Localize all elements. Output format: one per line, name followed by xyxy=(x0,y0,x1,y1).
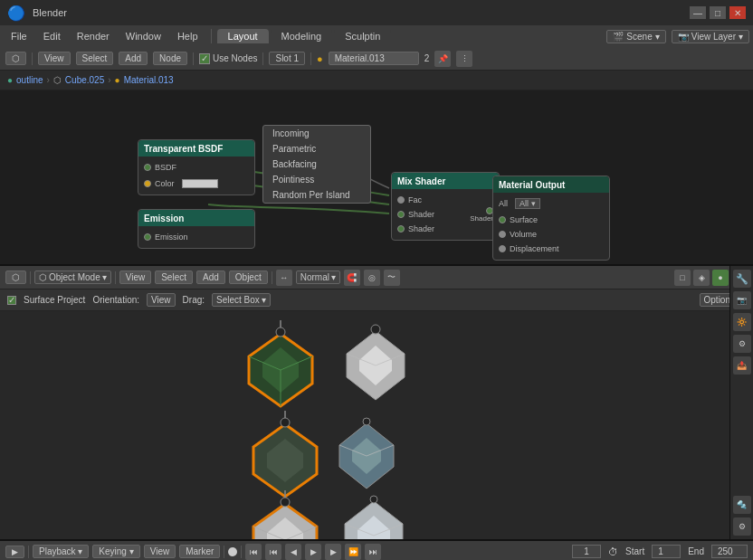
close-button[interactable]: ✕ xyxy=(729,6,746,19)
vp-select-menu[interactable]: Select xyxy=(155,271,193,284)
all-dropdown[interactable]: All ▾ xyxy=(515,198,540,209)
view-layer-selector[interactable]: 📷 View Layer ▾ xyxy=(672,30,749,43)
bc-outline[interactable]: outline xyxy=(16,75,43,85)
tab-modeling[interactable]: Modeling xyxy=(271,29,333,43)
menu-separator xyxy=(211,29,212,43)
drag-label: Drag: xyxy=(183,295,205,305)
gem-6[interactable] xyxy=(345,496,403,539)
menu-file[interactable]: File xyxy=(4,29,34,43)
gem-4[interactable] xyxy=(339,418,394,489)
node-emission[interactable]: Emission Emission xyxy=(138,209,255,249)
tl-sep2 xyxy=(224,546,224,558)
graph-icon[interactable]: 〜 xyxy=(384,270,400,286)
render-vp-icon[interactable]: ⚙ xyxy=(733,335,751,353)
vp-add-menu[interactable]: Add xyxy=(196,271,225,284)
spanner-icon[interactable]: 🔩 xyxy=(733,496,751,514)
jump-to-end-button[interactable]: ⏭ xyxy=(365,544,381,560)
prev-frame-button[interactable]: ◀ xyxy=(285,544,301,560)
menu-render[interactable]: Render xyxy=(70,29,117,43)
tab-sculpting[interactable]: Sculptin xyxy=(334,29,391,43)
dd-random-per-island[interactable]: Random Per Island xyxy=(263,187,370,203)
orientation-selector[interactable]: View xyxy=(147,293,176,307)
drag-mode-selector[interactable]: Select Box ▾ xyxy=(212,293,271,307)
snap-toggle[interactable]: 🧲 xyxy=(344,270,360,286)
surface-project-label: Surface Project xyxy=(24,295,85,305)
minimize-button[interactable]: — xyxy=(690,6,706,19)
scene-vp-icon[interactable]: 🔆 xyxy=(733,313,751,331)
gem-2[interactable] xyxy=(347,325,405,400)
prev-keyframe-button[interactable]: ⏮ xyxy=(265,544,281,560)
tools-icon[interactable]: 🔧 xyxy=(733,270,751,288)
timeline-editor-type[interactable]: ▶ xyxy=(5,546,24,558)
gem-5-selected[interactable] xyxy=(253,490,317,539)
dd-parametric[interactable]: Parametric xyxy=(263,141,370,157)
volume-socket xyxy=(499,231,506,238)
next-frame-button[interactable]: ▶ xyxy=(325,544,341,560)
shading-wireframe[interactable]: □ xyxy=(674,270,691,286)
blender-logo: 🔵 xyxy=(7,5,25,22)
dd-backfacing[interactable]: Backfacing xyxy=(263,157,370,172)
object-mode-selector[interactable]: ⬡ Object Mode ▾ xyxy=(34,271,111,284)
menu-help[interactable]: Help xyxy=(170,29,205,43)
object-mode-label: Object Mode xyxy=(49,272,100,282)
node-view-button[interactable]: View xyxy=(38,52,71,65)
start-frame-input[interactable]: 1 xyxy=(652,545,681,558)
proportional-edit-button[interactable]: ◎ xyxy=(364,270,380,286)
tl-view-menu[interactable]: View xyxy=(144,545,176,558)
gem-1-selected[interactable] xyxy=(249,320,312,406)
node-transparent-bsdf[interactable]: Transparent BSDF BSDF Color xyxy=(138,139,255,195)
menu-window[interactable]: Window xyxy=(119,29,168,43)
shading-solid[interactable]: ◈ xyxy=(693,270,710,286)
vp-view-menu[interactable]: View xyxy=(119,271,152,284)
marker-menu[interactable]: Marker xyxy=(179,545,220,558)
node-select-button[interactable]: Select xyxy=(76,52,114,65)
shading-material[interactable]: ● xyxy=(712,270,729,286)
more-options-button[interactable]: ⋮ xyxy=(456,51,472,67)
dd-incoming[interactable]: Incoming xyxy=(263,126,370,141)
use-nodes-checkbox[interactable]: ✓ xyxy=(199,53,210,64)
material-count: 2 xyxy=(424,53,430,63)
surface-project-checkbox[interactable]: ✓ xyxy=(7,296,16,305)
dd-pointiness[interactable]: Pointiness xyxy=(263,172,370,187)
normal-selector[interactable]: Normal ▾ xyxy=(296,271,340,284)
material-name-field[interactable]: Material.013 xyxy=(329,52,419,65)
use-nodes-toggle[interactable]: ✓ Use Nodes xyxy=(199,53,257,64)
color-swatch[interactable] xyxy=(182,179,218,188)
editor-type-button[interactable]: ⬡ xyxy=(5,52,26,65)
transform-gizmo-button[interactable]: ↔ xyxy=(276,270,292,286)
camera-vp-icon[interactable]: 📷 xyxy=(733,291,751,309)
pin-button[interactable]: 📌 xyxy=(434,51,451,67)
bc-cube[interactable]: Cube.025 xyxy=(65,75,104,85)
node-mix-shader[interactable]: Mix Shader Fac Shader Shader Shader xyxy=(391,172,500,241)
bc-material[interactable]: Material.013 xyxy=(124,75,174,85)
node-material-output[interactable]: Material Output All All ▾ Surface Volume… xyxy=(492,176,610,261)
node-add-button[interactable]: Add xyxy=(119,52,148,65)
current-frame-input[interactable]: 1 xyxy=(572,545,601,558)
play-button[interactable]: ▶ xyxy=(305,544,321,560)
settings-icon[interactable]: ⚙ xyxy=(733,517,751,536)
keying-menu[interactable]: Keying ▾ xyxy=(92,545,139,558)
slot-selector[interactable]: Slot 1 xyxy=(269,52,305,65)
next-keyframe-button[interactable]: ⏩ xyxy=(345,544,361,560)
keyframe-indicator[interactable] xyxy=(228,547,237,556)
mix-shader1-socket xyxy=(397,211,405,218)
editor-type-vp-button[interactable]: ⬡ xyxy=(5,271,26,284)
node-node-button[interactable]: Node xyxy=(153,52,187,65)
output-vp-icon[interactable]: 📤 xyxy=(733,356,751,375)
scene-selector[interactable]: 🎬 Scene ▾ xyxy=(606,30,665,43)
playback-menu[interactable]: Playback ▾ xyxy=(33,545,89,558)
node-dropdown-menu: Incoming Parametric Backfacing Pointines… xyxy=(262,125,371,204)
vp-object-menu[interactable]: Object xyxy=(229,271,268,284)
maximize-button[interactable]: □ xyxy=(710,6,726,19)
fps-icon: ⏱ xyxy=(608,546,618,557)
mat-out-label: All xyxy=(499,199,508,208)
node-breadcrumb: ● outline › ⬡ Cube.025 › ● Material.013 xyxy=(0,71,753,90)
vp-sep2 xyxy=(115,271,116,284)
end-frame-input[interactable]: 250 xyxy=(711,545,748,558)
displacement-socket xyxy=(499,245,506,252)
menu-edit[interactable]: Edit xyxy=(36,29,68,43)
jump-to-start-button[interactable]: ⏮ xyxy=(245,544,262,560)
gem-3-selected[interactable] xyxy=(253,411,317,497)
tab-layout[interactable]: Layout xyxy=(217,29,269,43)
viewport: ⬡ ⬡ Object Mode ▾ View Select Add Object… xyxy=(0,266,753,539)
